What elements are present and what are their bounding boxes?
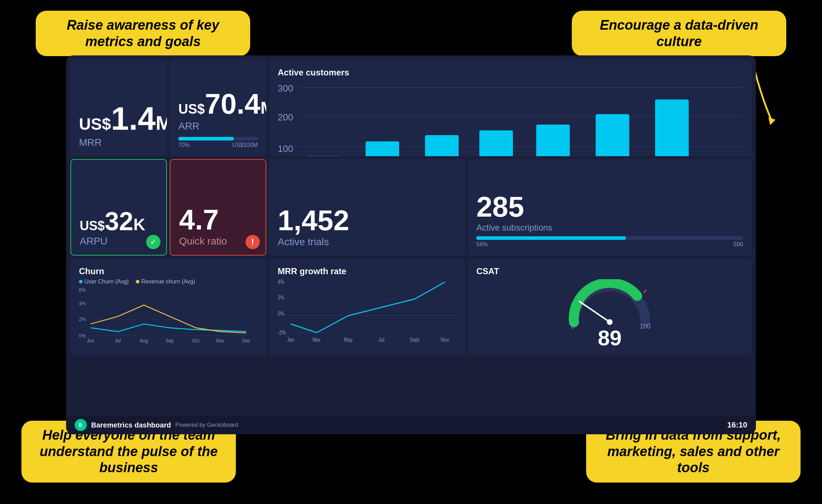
quick-ratio-value: 4.7 — [179, 206, 257, 234]
svg-text:Jul: Jul — [378, 336, 384, 343]
svg-rect-12 — [306, 156, 340, 156]
card-arr: US$70.4M ARR 70% US$100M — [170, 60, 266, 156]
customers-bar-chart: 300 200 100 0 — [278, 81, 743, 156]
svg-text:Sept: Sept — [410, 336, 420, 343]
svg-text:200: 200 — [278, 112, 293, 123]
card-active-subscriptions: 285 Active subscriptions 56% 500 — [468, 159, 752, 256]
arpu-value: US$32K — [80, 208, 158, 234]
svg-line-55 — [644, 290, 646, 293]
svg-text:100: 100 — [278, 143, 293, 154]
mrr-label: MRR — [79, 137, 158, 148]
csat-gauge-area: 0 100 89 — [567, 279, 653, 350]
churn-line-chart: 6% 4% 2% 0% Jun — [79, 287, 258, 347]
arr-progress-fill — [178, 137, 234, 140]
dashboard: US$1.4M MRR US$70.4M ARR 70% US$100M Act… — [66, 55, 756, 434]
svg-text:2%: 2% — [79, 317, 86, 322]
svg-text:B: B — [79, 422, 82, 428]
dashboard-grid: US$1.4M MRR US$70.4M ARR 70% US$100M Act… — [66, 55, 756, 416]
svg-text:6%: 6% — [79, 287, 86, 293]
svg-text:Jun: Jun — [87, 338, 94, 344]
footer-left: B Baremetrics dashboard Powered by Gecko… — [75, 419, 238, 431]
churn-legend: User Churn (Avg) Revenue churn (Avg) — [79, 278, 258, 285]
card-arpu: US$32K ARPU ✓ — [70, 159, 167, 256]
callout-top-left: Raise awareness of key metrics and goals — [36, 11, 250, 56]
arr-label: ARR — [178, 120, 258, 132]
svg-marker-1 — [768, 117, 776, 125]
arpu-status-badge: ✓ — [146, 235, 160, 249]
svg-text:Jan: Jan — [287, 336, 294, 343]
svg-text:4%: 4% — [278, 279, 284, 285]
arr-value: US$70.4M — [178, 90, 258, 118]
csat-value: 89 — [598, 326, 622, 350]
footer-brand: Baremetrics dashboard — [91, 421, 171, 429]
svg-text:Sep: Sep — [166, 338, 174, 344]
svg-rect-15 — [479, 130, 513, 156]
mrr-growth-chart-area: 4% 2% 0% -2% Jan Mar May Jul — [278, 278, 456, 347]
card-active-customers: Active customers 300 200 100 0 — [269, 60, 752, 156]
footer-logo: B — [75, 419, 87, 431]
mrr-value: US$1.4M — [79, 103, 158, 135]
svg-rect-14 — [425, 135, 459, 156]
churn-chart-area: 6% 4% 2% 0% Jun — [79, 287, 258, 347]
svg-text:-2%: -2% — [278, 329, 286, 336]
svg-text:Oct: Oct — [192, 338, 199, 344]
footer-powered: Powered by Geckoboard — [175, 422, 238, 428]
subs-progress-fill — [476, 236, 626, 240]
subs-progress-bar — [476, 236, 743, 240]
card-quick-ratio: 4.7 Quick ratio ! — [170, 159, 266, 256]
svg-text:Nov: Nov — [216, 338, 224, 344]
subs-value: 285 — [476, 193, 743, 221]
svg-text:4%: 4% — [79, 301, 86, 307]
svg-text:300: 300 — [278, 83, 293, 94]
csat-title: CSAT — [476, 266, 743, 276]
customers-chart: 300 200 100 0 — [278, 81, 743, 156]
svg-rect-17 — [596, 114, 629, 156]
trials-label: Active trials — [278, 236, 456, 248]
card-active-trials: 1,452 Active trials — [269, 159, 465, 256]
card-mrr: US$1.4M MRR — [70, 60, 167, 156]
churn-title: Churn — [79, 266, 258, 276]
mrr-growth-title: MRR growth rate — [278, 266, 456, 276]
svg-text:Aug: Aug — [140, 338, 148, 344]
mrr-growth-line-chart: 4% 2% 0% -2% Jan Mar May Jul — [278, 278, 456, 347]
card-mrr-growth: MRR growth rate 4% 2% 0% -2% — [269, 258, 465, 355]
svg-rect-13 — [366, 141, 399, 156]
card-churn: Churn User Churn (Avg) Revenue churn (Av… — [70, 258, 266, 355]
subs-label: Active subscriptions — [476, 223, 743, 233]
customers-title: Active customers — [278, 68, 743, 78]
svg-text:Mar: Mar — [313, 336, 321, 343]
svg-line-57 — [579, 301, 610, 322]
svg-text:0%: 0% — [79, 333, 86, 339]
csat-gauge: 0 100 — [567, 279, 653, 329]
arr-progress-labels: 70% US$100M — [178, 142, 258, 148]
svg-text:Dec: Dec — [242, 338, 250, 344]
svg-text:100: 100 — [640, 323, 650, 329]
svg-text:2%: 2% — [278, 294, 284, 301]
svg-text:0: 0 — [571, 323, 575, 329]
svg-text:Jul: Jul — [115, 338, 121, 344]
svg-rect-16 — [536, 125, 570, 156]
svg-rect-18 — [655, 99, 689, 156]
subs-progress-labels: 56% 500 — [476, 241, 743, 248]
card-csat: CSAT 0 100 89 — [468, 258, 752, 355]
svg-text:Nov: Nov — [441, 336, 449, 343]
svg-text:May: May — [344, 336, 353, 343]
footer-time: 16:10 — [727, 420, 747, 430]
svg-text:0%: 0% — [278, 311, 284, 317]
callout-top-right: Encourage a data-driven culture — [572, 11, 786, 56]
quick-ratio-alert-badge: ! — [246, 235, 260, 249]
trials-value: 1,452 — [278, 206, 456, 235]
footer-bar: B Baremetrics dashboard Powered by Gecko… — [66, 416, 756, 434]
arr-progress-bar — [178, 137, 258, 140]
